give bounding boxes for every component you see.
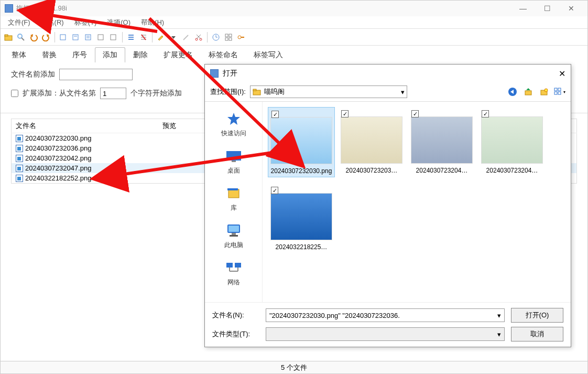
svg-rect-40 [525, 91, 531, 95]
ext-label: 扩展添加：从文件名第 [23, 89, 96, 98]
side-label: 此电脑 [224, 241, 243, 250]
thumb-name: 2024030723204… [416, 167, 468, 174]
svg-rect-54 [228, 226, 239, 232]
svg-point-2 [18, 34, 22, 38]
open-button[interactable]: 打开(O) [511, 308, 563, 323]
new-folder-icon[interactable] [538, 86, 550, 98]
filename-label: 文件名(N): [212, 311, 259, 320]
thumb-name: 2024030723203… [346, 167, 398, 174]
file-icon [16, 155, 23, 162]
back-icon[interactable] [507, 86, 518, 98]
filetype-label: 文件类型(T): [212, 329, 259, 339]
annotation-arrow [131, 10, 299, 159]
cancel-button[interactable]: 取消 [511, 327, 563, 341]
status-text: 5 个文件 [281, 363, 307, 372]
file-name-cell: 20240322182252.png [25, 174, 92, 182]
tab-add[interactable]: 添加 [95, 47, 125, 62]
thumb-preview [270, 193, 332, 240]
svg-line-3 [21, 38, 24, 40]
ext-num-input[interactable] [100, 88, 126, 99]
dialog-files-area[interactable]: ✓ 20240307232030.png ✓ 2024030723203… ✓ … [263, 102, 571, 302]
thumb-preview [341, 116, 402, 164]
dialog-bottom: 文件名(N): "20240307232030.png" "2024030723… [205, 302, 571, 347]
file-icon [16, 175, 23, 182]
file-thumb[interactable]: ✓ 2024030723203… [338, 107, 405, 177]
ext-checkbox[interactable] [11, 90, 18, 97]
prefix-input[interactable] [59, 69, 133, 80]
chevron-down-icon: ▾ [401, 88, 405, 96]
file-name-cell: 20240307232042.png [25, 154, 92, 162]
thumb-checkbox[interactable]: ✓ [411, 110, 419, 117]
file-thumb[interactable]: ✓ 2024030723204… [478, 107, 546, 177]
app-icon [5, 4, 13, 13]
file-icon [16, 145, 23, 152]
thumb-checkbox[interactable]: ✓ [482, 110, 489, 117]
open-folder-icon[interactable] [3, 31, 14, 43]
file-icon [16, 165, 23, 172]
svg-rect-51 [228, 189, 239, 198]
dialog-close-button[interactable]: ✕ [550, 69, 565, 79]
side-label: 网络 [227, 278, 240, 287]
thumb-name: 2024030723204… [486, 167, 538, 174]
file-thumb[interactable]: ✓ 2024030723204… [408, 107, 475, 177]
svg-line-65 [149, 18, 283, 147]
thumb-preview [411, 116, 473, 164]
file-thumb[interactable]: ✓ 2024032218225… [268, 184, 335, 253]
side-network[interactable]: 网络 [205, 257, 262, 290]
annotation-arrow [110, 146, 288, 189]
maximize-button[interactable]: ☐ [535, 1, 559, 16]
prefix-label: 文件名前添加 [11, 70, 55, 79]
svg-rect-58 [235, 263, 241, 268]
filename-combo[interactable]: "20240307232030.png" "20240307232036. ▾ [266, 308, 505, 322]
svg-rect-47 [558, 92, 561, 94]
svg-rect-57 [226, 263, 233, 268]
side-label: 库 [231, 204, 237, 212]
file-icon [16, 135, 23, 142]
file-name-cell: 20240307232047.png [25, 164, 92, 172]
side-this-pc[interactable]: 此电脑 [205, 220, 262, 253]
svg-rect-55 [232, 233, 236, 235]
chevron-down-icon: ▾ [497, 312, 501, 319]
thumb-preview [481, 116, 543, 164]
up-icon[interactable] [522, 86, 534, 98]
svg-rect-46 [554, 92, 557, 94]
close-button[interactable]: ✕ [559, 1, 583, 16]
view-menu-icon[interactable]: ▾ [554, 86, 565, 98]
pc-icon [224, 223, 243, 239]
thumb-name: 2024032218225… [276, 243, 328, 251]
svg-line-67 [121, 151, 283, 175]
filename-value: "20240307232030.png" "20240307232036. [269, 312, 400, 319]
tab-whole[interactable]: 整体 [4, 47, 34, 62]
menu-file[interactable]: 文件(F) [3, 17, 36, 28]
minimize-button[interactable]: — [511, 1, 535, 16]
file-name-cell: 20240307232036.png [25, 144, 92, 152]
file-name-cell: 20240307232030.png [25, 134, 92, 142]
svg-marker-41 [526, 88, 530, 90]
svg-rect-1 [5, 35, 8, 36]
svg-rect-44 [554, 88, 557, 91]
thumb-checkbox[interactable]: ✓ [341, 110, 349, 117]
statusbar: 5 个文件 [1, 361, 587, 373]
svg-rect-56 [230, 235, 238, 237]
svg-rect-45 [558, 88, 561, 91]
chevron-down-icon: ▾ [497, 330, 501, 338]
svg-point-43 [545, 89, 548, 92]
tab-replace[interactable]: 替换 [34, 47, 64, 62]
search-icon[interactable] [15, 31, 27, 43]
filetype-combo[interactable]: ▾ [266, 327, 505, 341]
tab-number[interactable]: 序号 [64, 47, 95, 62]
network-icon [224, 260, 243, 276]
